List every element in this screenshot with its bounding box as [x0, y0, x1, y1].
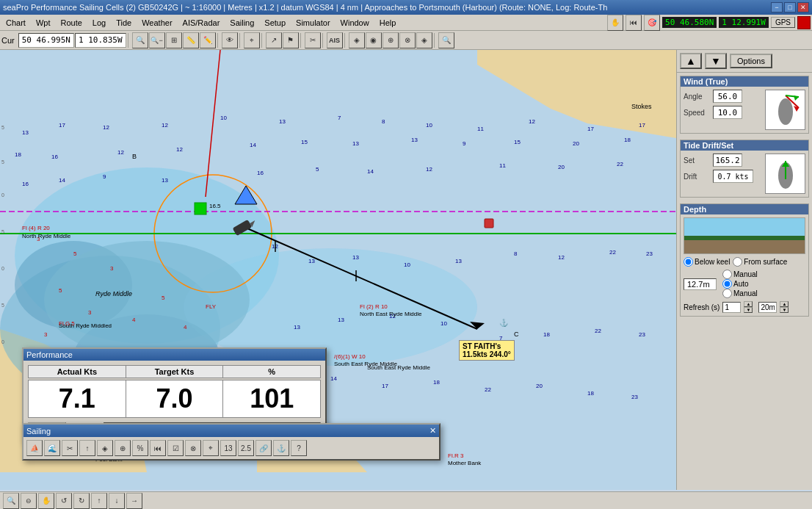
status-zoom-in[interactable]: 🔍 [3, 493, 19, 509]
spin-up[interactable]: ▲ [744, 301, 753, 307]
right-panel: ▲ ▼ Options Wind (True) Angle 56.0 Speed… [676, 50, 812, 490]
from-surface-radio[interactable]: From surface [733, 257, 787, 267]
grid-button[interactable]: ⊞ [166, 32, 182, 48]
menu-simulator[interactable]: Simulator [291, 17, 334, 29]
manual-radio[interactable]: Manual [722, 270, 758, 279]
menu-window[interactable]: Window [336, 17, 374, 29]
spin-down[interactable]: ▼ [744, 307, 753, 313]
scissors-button[interactable]: ✂ [305, 32, 321, 48]
zoom-out-button[interactable]: 🔍− [149, 32, 165, 48]
sailing-close-icon[interactable]: ✕ [429, 426, 436, 436]
waypoint-button[interactable]: ⚑ [283, 32, 299, 48]
svg-text:0: 0 [1, 266, 4, 271]
nav-up-button[interactable]: ▲ [680, 53, 702, 69]
sail-btn-4[interactable]: ↑ [79, 440, 95, 456]
status-zoom-out[interactable]: ⊖ [21, 493, 37, 509]
options-button[interactable]: Options [730, 54, 772, 68]
below-keel-radio[interactable]: Below keel [684, 257, 730, 267]
sail-btn-12[interactable]: 13 [220, 440, 236, 456]
sail-btn-3[interactable]: ✂ [62, 440, 78, 456]
nav-target-button[interactable]: 🎯 [644, 15, 660, 31]
manual2-radio[interactable]: Manual [722, 289, 758, 298]
sailing-titlebar[interactable]: Sailing ✕ [23, 425, 439, 437]
status-rotate-left[interactable]: ↺ [56, 493, 72, 509]
ruler-button[interactable]: 📏 [183, 32, 199, 48]
sail-btn-16[interactable]: ? [291, 440, 307, 456]
depth-manual-auto: Manual Auto Manual [722, 270, 758, 298]
menu-log[interactable]: Log [88, 17, 110, 29]
menu-help[interactable]: Help [375, 17, 401, 29]
sail-btn-13[interactable]: 2.5 [238, 440, 254, 456]
performance-titlebar[interactable]: Performance [23, 349, 325, 361]
sail-btn-8[interactable]: ⏮ [150, 440, 166, 456]
from-surface-radio-input[interactable] [733, 257, 742, 267]
compass-button[interactable]: ⌖ [244, 32, 260, 48]
sail-btn-1[interactable]: ⛵ [26, 440, 43, 456]
search-button[interactable]: 🔍 [438, 32, 454, 48]
status-arrow-up[interactable]: ↑ [91, 493, 107, 509]
gps-button[interactable]: GPS [771, 17, 795, 28]
chart-area[interactable]: 13 17 12 12 10 13 7 8 10 11 12 17 17 18 … [0, 50, 676, 490]
svg-text:Fl (4) R 20: Fl (4) R 20 [22, 225, 50, 231]
minimize-button[interactable]: − [771, 2, 783, 12]
svg-text:13: 13 [308, 258, 315, 264]
auto-radio-input[interactable] [722, 279, 732, 289]
ais-button[interactable]: AIS [327, 32, 343, 48]
depth-value-input[interactable] [684, 278, 717, 290]
auto-value-input[interactable] [758, 302, 777, 313]
toolbar-sep4 [261, 33, 264, 48]
sail-btn-2[interactable]: 🌊 [44, 440, 60, 456]
status-hand[interactable]: ✋ [38, 493, 54, 509]
eye-button[interactable]: 👁 [222, 32, 238, 48]
menu-tide[interactable]: Tide [112, 17, 136, 29]
sail-btn-14[interactable]: 🔗 [255, 440, 272, 456]
col-actual-kts: Actual Kts [29, 366, 126, 378]
depth-level-indicator [684, 236, 805, 240]
auto-spinner[interactable]: ▲ ▼ [780, 301, 789, 313]
refresh-spinner[interactable]: ▲ ▼ [744, 301, 753, 313]
menu-ais-radar[interactable]: AIS/Radar [178, 17, 225, 29]
chart-button4[interactable]: ⊗ [399, 32, 416, 48]
svg-text:Stokes: Stokes [631, 103, 652, 110]
svg-text:16: 16 [51, 154, 58, 160]
menu-sailing[interactable]: Sailing [225, 17, 258, 29]
status-arrow-right[interactable]: → [126, 493, 142, 509]
sail-btn-15[interactable]: ⚓ [273, 440, 289, 456]
zoom-in-button[interactable]: 🔍 [132, 32, 148, 48]
sail-btn-5[interactable]: ◈ [97, 440, 113, 456]
chart-button3[interactable]: ⊕ [383, 32, 399, 48]
sail-btn-10[interactable]: ⊗ [185, 440, 201, 456]
nav-down-button[interactable]: ▼ [705, 53, 727, 69]
performance-values: 7.1 7.0 101 [28, 380, 321, 418]
chart-button1[interactable]: ◈ [349, 32, 365, 48]
menu-chart[interactable]: Chart [1, 17, 30, 29]
chart-button2[interactable]: ◉ [366, 32, 382, 48]
refresh-value-input[interactable] [722, 302, 741, 313]
sail-btn-6[interactable]: ⊕ [115, 440, 131, 456]
pencil-button[interactable]: ✏️ [200, 32, 216, 48]
close-button[interactable]: ✕ [797, 2, 809, 12]
svg-rect-20 [485, 219, 493, 228]
status-rotate-right[interactable]: ↻ [73, 493, 90, 509]
auto-spin-down[interactable]: ▼ [780, 307, 789, 313]
nav-back-button[interactable]: ⏮ [626, 15, 642, 31]
auto-spin-up[interactable]: ▲ [780, 301, 789, 307]
menu-wpt[interactable]: Wpt [32, 17, 55, 29]
svg-text:12: 12 [162, 122, 168, 129]
menu-weather[interactable]: Weather [137, 17, 176, 29]
manual-radio-input[interactable] [722, 270, 732, 279]
menu-route[interactable]: Route [56, 17, 86, 29]
hand-tool-button[interactable]: ✋ [607, 15, 623, 31]
below-keel-radio-input[interactable] [684, 257, 693, 267]
svg-text:Fl.G 5: Fl.G 5 [59, 320, 75, 327]
sail-btn-9[interactable]: ☑ [167, 440, 184, 456]
maximize-button[interactable]: □ [784, 2, 796, 12]
sail-btn-7[interactable]: % [132, 440, 148, 456]
status-arrow-down[interactable]: ↓ [109, 493, 125, 509]
auto-radio[interactable]: Auto [722, 279, 758, 289]
menu-setup[interactable]: Setup [260, 17, 290, 29]
route-button[interactable]: ↗ [266, 32, 282, 48]
sail-btn-11[interactable]: ⌖ [203, 440, 219, 456]
chart-button5[interactable]: ◈ [416, 32, 432, 48]
manual2-radio-input[interactable] [722, 289, 732, 298]
